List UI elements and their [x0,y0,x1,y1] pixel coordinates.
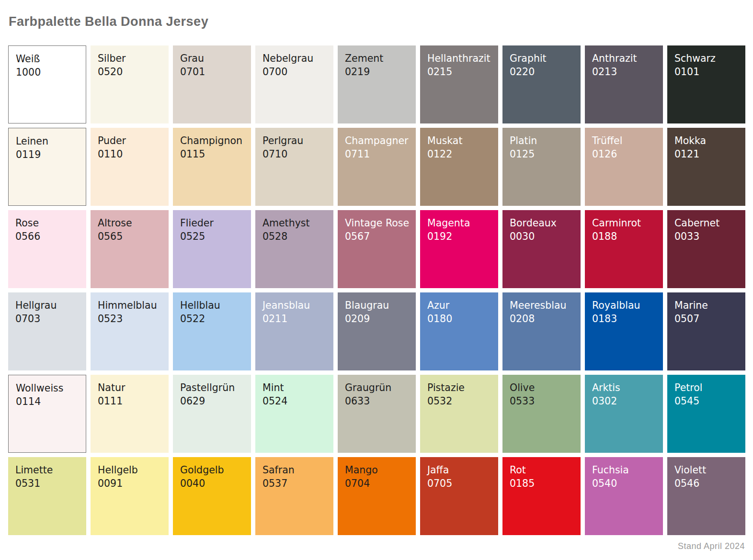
date-stamp: Stand April 2024 [678,541,745,551]
color-swatch: Silber0520 [91,45,169,123]
color-swatch: Mint0524 [255,375,333,453]
color-swatch: Hellanthrazit0215 [420,45,498,123]
swatch-name: Wollweiss [16,381,79,395]
color-swatch: Wollweiss0114 [8,375,86,453]
color-swatch: Flieder0525 [173,210,251,288]
color-swatch: Limette0531 [8,457,86,535]
swatch-name: Azur [427,299,491,312]
swatch-name: Pistazie [427,381,491,394]
color-swatch: Marine0507 [667,292,745,370]
swatch-code: 0126 [592,147,656,161]
swatch-name: Champignon [180,134,244,147]
swatch-code: 0532 [427,394,491,408]
color-swatch: Arktis0302 [585,375,663,453]
color-swatch: Royalblau0183 [585,292,663,370]
swatch-code: 0220 [510,65,573,78]
color-swatch: Leinen0119 [8,128,86,206]
color-swatch: Trüffel0126 [585,128,663,206]
color-swatch: Anthrazit0213 [585,45,663,123]
swatch-code: 0629 [180,394,244,408]
swatch-code: 0215 [427,65,491,78]
color-swatch: Muskat0122 [420,128,498,206]
swatch-code: 0507 [674,312,738,325]
swatch-name: Altrose [98,216,161,230]
color-swatch: Cabernet0033 [667,210,745,288]
swatch-code: 0119 [16,148,79,161]
color-swatch: Amethyst0528 [255,210,333,288]
swatch-name: Natur [98,381,161,394]
swatch-name: Perlgrau [262,134,326,147]
swatch-name: Flieder [180,216,244,230]
swatch-code: 0111 [98,394,161,408]
swatch-name: Nebelgrau [262,52,326,65]
swatch-code: 0219 [345,65,409,78]
swatch-name: Zement [345,52,409,65]
color-swatch: Graphit0220 [502,45,581,123]
swatch-code: 0700 [262,65,326,78]
swatch-code: 0185 [510,477,573,490]
swatch-name: Pastellgrün [180,381,244,394]
swatch-name: Mint [262,381,326,394]
swatch-code: 0522 [180,312,244,325]
color-swatch: Olive0533 [502,375,581,453]
swatch-name: Marine [674,299,738,312]
swatch-name: Champagner [345,134,409,147]
color-swatch: Pastellgrün0629 [173,375,251,453]
swatch-code: 0520 [98,65,161,78]
swatch-code: 0121 [674,147,738,161]
palette-grid: Weiß1000Silber0520Grau0701Nebelgrau0700Z… [8,45,745,535]
swatch-name: Platin [510,134,573,147]
color-swatch: Magenta0192 [420,210,498,288]
color-palette-page: Farbpalette Bella Donna Jersey Weiß1000S… [0,0,753,560]
swatch-name: Royalblau [592,299,656,312]
color-swatch: Mango0704 [338,457,416,535]
swatch-code: 0528 [262,230,326,243]
swatch-name: Graphit [510,52,573,65]
swatch-code: 0115 [180,147,244,161]
swatch-code: 0567 [345,230,409,243]
swatch-code: 0565 [98,230,161,243]
swatch-name: Mango [345,463,409,477]
color-swatch: Nebelgrau0700 [255,45,333,123]
swatch-code: 0531 [15,477,79,490]
swatch-code: 0213 [592,65,656,78]
color-swatch: Bordeaux0030 [502,210,581,288]
color-swatch: Hellgelb0091 [91,457,169,535]
color-swatch: Graugrün0633 [338,375,416,453]
color-swatch: Platin0125 [502,128,581,206]
color-swatch: Himmelblau0523 [91,292,169,370]
swatch-code: 0122 [427,147,491,161]
color-swatch: Champignon0115 [173,128,251,206]
color-swatch: Carminrot0188 [585,210,663,288]
swatch-name: Graugrün [345,381,409,394]
color-swatch: Pistazie0532 [420,375,498,453]
swatch-code: 0533 [510,394,573,408]
swatch-code: 0537 [262,477,326,490]
swatch-code: 0566 [15,230,79,243]
color-swatch: Perlgrau0710 [255,128,333,206]
swatch-name: Carminrot [592,216,656,230]
swatch-code: 0524 [262,394,326,408]
swatch-code: 0208 [510,312,573,325]
swatch-code: 0546 [674,477,738,490]
swatch-name: Olive [510,381,573,394]
swatch-name: Safran [262,463,326,477]
swatch-name: Anthrazit [592,52,656,65]
swatch-name: Trüffel [592,134,656,147]
swatch-code: 0705 [427,477,491,490]
swatch-code: 0101 [674,65,738,78]
color-swatch: Fuchsia0540 [585,457,663,535]
color-swatch: Jaffa0705 [420,457,498,535]
swatch-name: Jaffa [427,463,491,477]
swatch-code: 0091 [98,477,161,490]
swatch-code: 0302 [592,394,656,408]
swatch-code: 0033 [674,230,738,243]
swatch-code: 0040 [180,477,244,490]
swatch-name: Himmelblau [98,299,161,312]
swatch-name: Vintage Rose [345,216,409,230]
swatch-name: Bordeaux [510,216,573,230]
color-swatch: Blaugrau0209 [338,292,416,370]
swatch-code: 1000 [16,66,79,79]
swatch-code: 0523 [98,312,161,325]
page-title: Farbpalette Bella Donna Jersey [9,14,208,29]
